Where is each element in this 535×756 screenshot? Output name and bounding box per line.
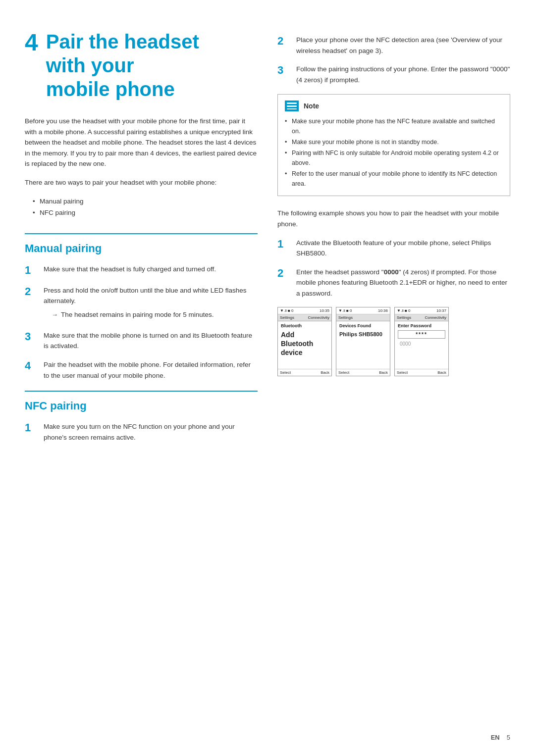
step-number: 3 <box>277 64 291 77</box>
phone-screen-1: ▼.ll ■ 0 10:35 Settings Connectivity Blu… <box>277 307 332 377</box>
step-item: 3 Make sure that the mobile phone is tur… <box>25 330 258 352</box>
step-content: Press and hold the on/off button until t… <box>44 285 258 322</box>
phone-signal: ▼.ll ■ 0 <box>280 308 293 313</box>
phone-body: Enter Password **** 0000 <box>395 321 448 369</box>
step-item: 4 Pair the headset with the mobile phone… <box>25 359 258 381</box>
methods-list: Manual pairing NFC pairing <box>33 196 258 219</box>
intro-paragraph: Before you use the headset with your mob… <box>25 116 258 169</box>
chapter-number: 4 <box>25 30 38 56</box>
chapter-title: Pair the headset with your mobile phone <box>46 30 199 101</box>
step-item: 1 Make sure you turn on the NFC function… <box>25 421 258 443</box>
step-content: Place your phone over the NFC detection … <box>296 35 510 56</box>
right-column: 2 Place your phone over the NFC detectio… <box>277 30 510 451</box>
nfc-pairing-steps: 1 Make sure you turn on the NFC function… <box>25 421 258 443</box>
step-number: 1 <box>277 238 291 251</box>
phone-heading: Bluetooth <box>281 323 328 328</box>
note-header: Note <box>285 101 503 111</box>
phone-signal: ▼.ll ■ 0 <box>338 308 352 313</box>
list-item: Manual pairing <box>33 196 258 207</box>
note-list-item: Make sure your mobile phone has the NFC … <box>285 116 503 136</box>
phone-footer: Select Back <box>336 369 390 376</box>
bold-password: 0000 <box>384 268 399 276</box>
step-content: Enter the headset password "0000" (4 zer… <box>296 267 510 299</box>
note-list-item: Refer to the user manual of your mobile … <box>285 169 503 189</box>
phone-signal: ▼.ll ■ 0 <box>397 308 410 313</box>
step-content: Make sure you turn on the NFC function o… <box>44 421 258 443</box>
step-item: 1 Activate the Bluetooth feature of your… <box>277 238 510 259</box>
phone-screen-3: ▼.ll ■ 0 10:37 Settings Connectivity Ent… <box>394 307 449 377</box>
phone-body: Devices Found Philips SHB5800 <box>336 321 390 369</box>
phone-heading: Enter Password <box>398 323 445 328</box>
note-list-item: Pairing with NFC is only suitable for An… <box>285 148 503 168</box>
note-icon-line <box>287 102 297 104</box>
phone-time: 10:36 <box>378 308 388 313</box>
nfc-continued-steps: 2 Place your phone over the NFC detectio… <box>277 35 510 85</box>
step-item: 2 Place your phone over the NFC detectio… <box>277 35 510 56</box>
phone-nav-bar: Settings Connectivity <box>395 314 448 321</box>
arrow-icon: → <box>52 310 58 320</box>
step-number: 2 <box>277 35 291 48</box>
chapter-heading: 4 Pair the headset with your mobile phon… <box>25 30 258 101</box>
step-item: 2 Press and hold the on/off button until… <box>25 285 258 322</box>
step-number: 2 <box>25 285 39 298</box>
step-content: Make sure that the mobile phone is turne… <box>44 330 258 352</box>
page-number: 5 <box>507 734 510 741</box>
page: 4 Pair the headset with your mobile phon… <box>0 0 535 480</box>
phone-heading: Devices Found <box>339 323 387 328</box>
page-footer: EN 5 <box>491 734 510 741</box>
page-lang: EN <box>491 734 500 741</box>
phone-body: Bluetooth Add Bluetooth device <box>278 321 331 369</box>
step-number: 2 <box>277 267 291 280</box>
example-steps: 1 Activate the Bluetooth feature of your… <box>277 238 510 299</box>
nfc-pairing-title: NFC pairing <box>25 400 258 412</box>
note-list-item: Make sure your mobile phone is not in st… <box>285 137 503 147</box>
phone-password-hint: 0000 <box>398 340 445 348</box>
note-box: Note Make sure your mobile phone has the… <box>277 94 510 196</box>
phone-status-bar: ▼.ll ■ 0 10:36 <box>336 307 390 314</box>
phone-nav-bar: Settings <box>336 314 390 321</box>
step-sub: → The headset remains in pairing mode fo… <box>44 309 258 320</box>
phone-body-text: Add Bluetooth device <box>281 330 328 357</box>
step-number: 3 <box>25 330 39 343</box>
example-intro: The following example shows you how to p… <box>277 208 510 229</box>
phone-footer: Select Back <box>395 369 448 376</box>
phone-time: 10:35 <box>320 308 329 313</box>
step-content: Pair the headset with the mobile phone. … <box>44 359 258 381</box>
phone-device-name: Philips SHB5800 <box>339 331 387 337</box>
phone-time: 10:37 <box>436 308 446 313</box>
note-icon-line <box>287 105 297 107</box>
intro-paragraph2: There are two ways to pair your headset … <box>25 177 258 188</box>
list-item: NFC pairing <box>33 207 258 219</box>
manual-pairing-title: Manual pairing <box>25 242 258 255</box>
step-content: Make sure that the headset is fully char… <box>44 264 258 275</box>
nfc-section-divider <box>25 391 258 392</box>
phone-nav-bar: Settings Connectivity <box>278 314 331 321</box>
phone-screen-2: ▼.ll ■ 0 10:36 Settings Devices Found Ph… <box>336 307 390 377</box>
step-number: 1 <box>25 421 39 434</box>
note-label: Note <box>304 102 319 110</box>
step-content: Follow the pairing instructions of your … <box>296 64 510 85</box>
phone-status-bar: ▼.ll ■ 0 10:37 <box>395 307 448 314</box>
phone-password-mask: **** <box>398 330 445 339</box>
step-item: 3 Follow the pairing instructions of you… <box>277 64 510 85</box>
step-content: Activate the Bluetooth feature of your m… <box>296 238 510 259</box>
step-item: 2 Enter the headset password "0000" (4 z… <box>277 267 510 299</box>
step-number: 1 <box>25 264 39 277</box>
note-icon <box>285 101 299 111</box>
left-column: 4 Pair the headset with your mobile phon… <box>25 30 258 451</box>
step-item: 1 Make sure that the headset is fully ch… <box>25 264 258 277</box>
section-divider <box>25 233 258 234</box>
note-icon-line <box>287 108 297 110</box>
phone-footer: Select Back <box>278 369 331 376</box>
phone-screens: ▼.ll ■ 0 10:35 Settings Connectivity Blu… <box>277 307 510 377</box>
step-number: 4 <box>25 359 39 372</box>
phone-status-bar: ▼.ll ■ 0 10:35 <box>278 307 331 314</box>
note-list: Make sure your mobile phone has the NFC … <box>285 116 503 189</box>
manual-pairing-steps: 1 Make sure that the headset is fully ch… <box>25 264 258 381</box>
